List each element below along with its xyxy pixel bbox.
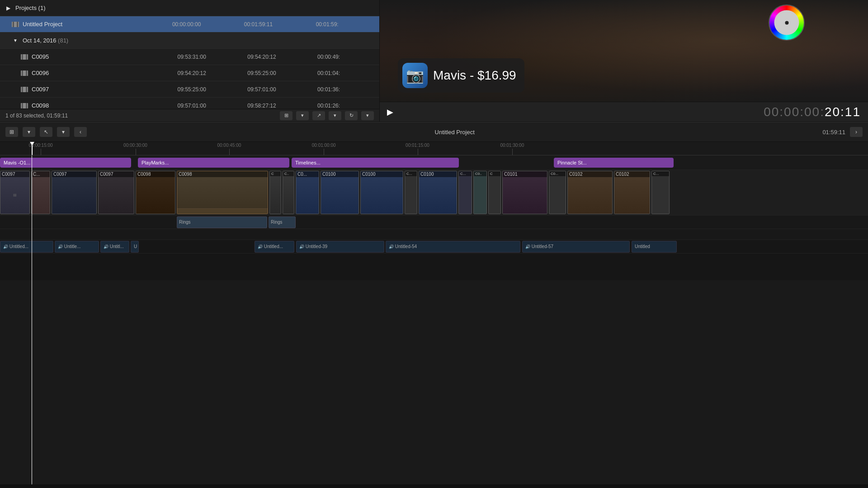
- project-film-icon: [11, 21, 20, 28]
- title-untitled-e[interactable]: 🔊 Untitled...: [255, 241, 294, 253]
- marker-playmarks[interactable]: PlayMarks...: [138, 158, 289, 168]
- clip-row-c0097[interactable]: C0097 09:55:25:00 09:57:01:00 00:01:36:: [0, 81, 379, 98]
- timeline-header: ⊞ ▾ ↖ ▾ ‹ Untitled Project 01:59:11 ›: [0, 122, 868, 142]
- project-name: Untitled Project: [23, 21, 172, 28]
- clip-c0098-b[interactable]: C0098: [177, 171, 268, 214]
- projects-header-row[interactable]: ▶ Projects (1): [0, 0, 379, 16]
- clip-c-k[interactable]: C...: [651, 171, 670, 214]
- timeline-duration: 01:59:11: [822, 129, 845, 136]
- app-icon: 📷: [402, 63, 428, 88]
- sort-dropdown[interactable]: ▾: [361, 111, 374, 120]
- clip-dur-c0095: 00:00:49:: [317, 54, 376, 60]
- timecode-display: 00:00:00:20:11: [764, 105, 861, 119]
- app-name: Mavis - $16.99: [433, 68, 516, 83]
- clip-c0-j[interactable]: C0...: [549, 171, 566, 214]
- clip-c-f[interactable]: C...: [405, 171, 417, 214]
- browser-panel: ▶ Projects (1) Untitled Project 00:00:00…: [0, 0, 380, 122]
- audio-rings-2[interactable]: Rings: [269, 216, 296, 228]
- clip-start-c0098: 09:57:01:00: [177, 103, 247, 109]
- ruler-label-5: 00:01:30:00: [500, 143, 524, 148]
- clip-film-icon: [20, 53, 29, 61]
- audio-track: Rings Rings: [0, 215, 868, 229]
- browser-toolbar-right: ⊞ ▾ ↗ ▾ ↻ ▾: [280, 111, 374, 120]
- date-group-header[interactable]: ▼ Oct 14, 2016 (81): [0, 33, 379, 49]
- clip-c0-h[interactable]: C0..: [473, 171, 487, 214]
- clip-c0102-a[interactable]: C0102: [567, 171, 613, 214]
- title-untitled-54[interactable]: 🔊 Untitled-54: [386, 241, 520, 253]
- view-mode-button[interactable]: ⊞: [280, 111, 292, 120]
- title-track: 🔊 Untitled... 🔊 Untitle... 🔊 Untitl... U…: [0, 239, 868, 253]
- marker-mavis[interactable]: Mavis -O1...: [0, 158, 131, 168]
- playhead-ruler: [32, 142, 33, 155]
- clip-row-c0096[interactable]: C0096 09:54:20:12 09:55:25:00 00:01:04:: [0, 65, 379, 81]
- title-untitled-c[interactable]: 🔊 Untitl...: [100, 241, 129, 253]
- preview-video[interactable]: 📷 Mavis - $16.99: [380, 0, 868, 102]
- timecode-hi: 00:00:00:: [764, 105, 825, 119]
- clip-name-c0095: C0095: [32, 53, 177, 60]
- audio-waveform-area: [0, 229, 868, 239]
- clip-c-c[interactable]: C: [269, 171, 281, 214]
- marker-timelines[interactable]: Timelines...: [292, 158, 459, 168]
- clip-c-g[interactable]: C...: [458, 171, 472, 214]
- preview-panel: 📷 Mavis - $16.99 ▶ 00:00:00:20:11: [380, 0, 868, 122]
- title-untitled-b[interactable]: 🔊 Untitle...: [55, 241, 99, 253]
- clip-c0-e[interactable]: C0...: [296, 171, 319, 214]
- clip-c-d[interactable]: C..: [283, 171, 294, 214]
- folder-icon: ▶: [4, 5, 13, 12]
- clip-end-c0098: 09:58:27:12: [247, 103, 317, 109]
- audio-rings-1[interactable]: Rings: [177, 216, 267, 228]
- clip-end-c0095: 09:54:20:12: [247, 54, 317, 60]
- clip-end-c0097: 09:57:01:00: [247, 86, 317, 93]
- ruler-label-4: 00:01:15:00: [406, 143, 429, 148]
- timeline-back-button[interactable]: ‹: [74, 127, 87, 137]
- clip-c-i[interactable]: C: [488, 171, 501, 214]
- filter-dropdown[interactable]: ▾: [329, 111, 341, 120]
- title-untitled-last[interactable]: Untitled: [632, 241, 677, 253]
- chevron-down-icon: ▼: [11, 37, 20, 44]
- cursor-tool-dropdown[interactable]: ▾: [57, 127, 70, 137]
- clip-view-button[interactable]: ⊞: [5, 127, 18, 137]
- selection-status: 1 of 83 selected, 01:59:11: [5, 113, 68, 119]
- clip-c0100-a[interactable]: C0100: [321, 171, 359, 214]
- filter-button[interactable]: ↗: [312, 111, 325, 120]
- clip-start-c0096: 09:54:20:12: [177, 70, 247, 76]
- ruler-label-2: 00:00:45:00: [217, 143, 241, 148]
- clip-c-b[interactable]: C...: [31, 171, 50, 214]
- clip-c0102-b[interactable]: C0102: [614, 171, 650, 214]
- clip-row-c0095[interactable]: C0095 09:53:31:00 09:54:20:12 00:00:49:: [0, 49, 379, 65]
- title-untitled-39[interactable]: 🔊 Untitled-39: [296, 241, 384, 253]
- clip-c0097-a[interactable]: C0097 ▤: [0, 171, 30, 214]
- clip-c0100-c[interactable]: C0100: [419, 171, 457, 214]
- marker-pinnacle[interactable]: Pinnacle St...: [554, 158, 674, 168]
- preview-controls-bar: ▶ 00:00:00:20:11: [380, 102, 868, 122]
- timeline-ruler: 00:00:15:00 00:00:30:00 00:00:45:00 00:0…: [0, 142, 868, 155]
- cursor-tool-button[interactable]: ↖: [40, 127, 52, 137]
- svg-rect-0: [0, 258, 868, 276]
- clip-c0097-c[interactable]: C0097: [52, 171, 97, 214]
- title-untitled-d[interactable]: U: [131, 241, 139, 253]
- sort-button[interactable]: ↻: [345, 111, 358, 120]
- project-start: 00:00:00:00: [172, 21, 244, 28]
- color-wheel[interactable]: [769, 5, 805, 41]
- date-group-label: Oct 14, 2016 (81): [23, 37, 376, 44]
- video-clips-track: C0097 ▤ C... C0097 C0097 C0098: [0, 170, 868, 215]
- clip-start-c0095: 09:53:31:00: [177, 54, 247, 60]
- timeline-scrollbar[interactable]: [0, 484, 868, 488]
- clip-film-icon: [20, 70, 29, 77]
- clip-c0097-d[interactable]: C0097: [98, 171, 134, 214]
- audio-waveform-track: [0, 253, 868, 280]
- project-end: 00:01:59:11: [244, 21, 316, 28]
- clip-c0100-b[interactable]: C0100: [360, 171, 403, 214]
- title-untitled-a[interactable]: 🔊 Untitled...: [0, 241, 53, 253]
- view-mode-dropdown[interactable]: ▾: [296, 111, 309, 120]
- project-row[interactable]: Untitled Project 00:00:00:00 00:01:59:11…: [0, 16, 379, 33]
- clip-view-dropdown[interactable]: ▾: [23, 127, 35, 137]
- title-untitled-57[interactable]: 🔊 Untitled-57: [522, 241, 630, 253]
- ruler-label-1: 00:00:30:00: [123, 143, 147, 148]
- clip-row-c0098[interactable]: C0098 09:57:01:00 09:58:27:12 00:01:26:: [0, 98, 379, 109]
- play-button[interactable]: ▶: [387, 107, 393, 117]
- clip-c0101-a[interactable]: C0101: [502, 171, 547, 214]
- clip-c0098-a[interactable]: C0098: [136, 171, 175, 214]
- timeline-forward-button[interactable]: ›: [850, 127, 863, 137]
- clip-start-c0097: 09:55:25:00: [177, 86, 247, 93]
